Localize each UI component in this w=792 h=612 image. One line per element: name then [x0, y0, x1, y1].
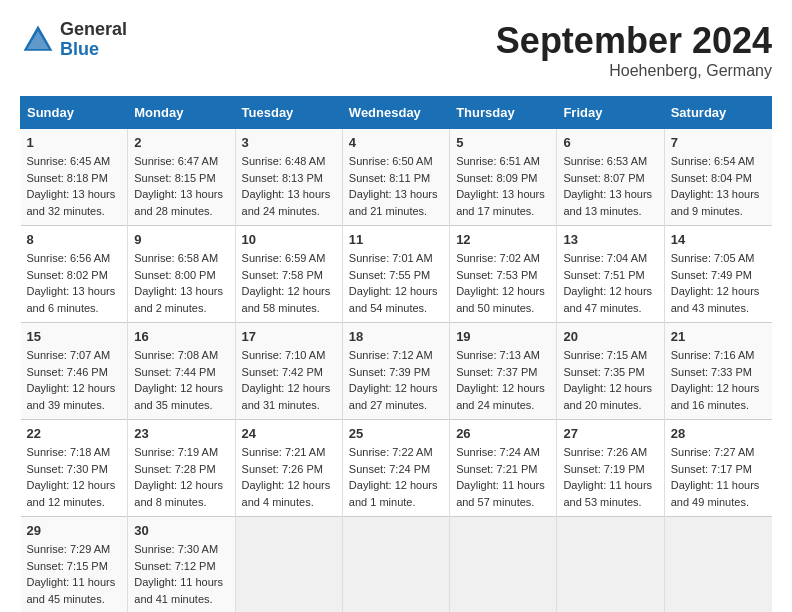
cell-line: and 53 minutes. [563, 494, 657, 511]
cell-line: Sunrise: 7:04 AM [563, 250, 657, 267]
cell-line: and 28 minutes. [134, 203, 228, 220]
cell-line: and 58 minutes. [242, 300, 336, 317]
cell-content: Sunrise: 7:26 AMSunset: 7:19 PMDaylight:… [563, 444, 657, 510]
cell-line: Sunrise: 7:22 AM [349, 444, 443, 461]
cell-line: and 1 minute. [349, 494, 443, 511]
cell-line: Sunset: 7:35 PM [563, 364, 657, 381]
day-number: 4 [349, 135, 443, 150]
day-number: 15 [27, 329, 122, 344]
cell-line: Sunset: 7:21 PM [456, 461, 550, 478]
cell-line: Daylight: 12 hours [563, 380, 657, 397]
cell-line: Daylight: 13 hours [27, 186, 122, 203]
day-number: 13 [563, 232, 657, 247]
cell-line: Sunrise: 7:01 AM [349, 250, 443, 267]
cell-content: Sunrise: 7:13 AMSunset: 7:37 PMDaylight:… [456, 347, 550, 413]
cell-content: Sunrise: 7:15 AMSunset: 7:35 PMDaylight:… [563, 347, 657, 413]
calendar-cell [664, 517, 771, 613]
cell-line: Sunset: 7:19 PM [563, 461, 657, 478]
day-number: 5 [456, 135, 550, 150]
cell-line: Sunset: 7:46 PM [27, 364, 122, 381]
calendar-cell: 22Sunrise: 7:18 AMSunset: 7:30 PMDayligh… [21, 420, 128, 517]
cell-line: and 24 minutes. [242, 203, 336, 220]
cell-line: Sunset: 8:07 PM [563, 170, 657, 187]
cell-line: Sunset: 7:49 PM [671, 267, 766, 284]
cell-content: Sunrise: 6:53 AMSunset: 8:07 PMDaylight:… [563, 153, 657, 219]
cell-content: Sunrise: 7:16 AMSunset: 7:33 PMDaylight:… [671, 347, 766, 413]
calendar-cell: 29Sunrise: 7:29 AMSunset: 7:15 PMDayligh… [21, 517, 128, 613]
cell-line: Sunset: 8:15 PM [134, 170, 228, 187]
cell-line: and 20 minutes. [563, 397, 657, 414]
cell-line: Daylight: 12 hours [456, 283, 550, 300]
cell-line: and 47 minutes. [563, 300, 657, 317]
cell-line: Sunrise: 7:10 AM [242, 347, 336, 364]
cell-line: and 31 minutes. [242, 397, 336, 414]
cell-line: Daylight: 13 hours [134, 186, 228, 203]
cell-content: Sunrise: 7:30 AMSunset: 7:12 PMDaylight:… [134, 541, 228, 607]
day-number: 16 [134, 329, 228, 344]
cell-line: Sunset: 8:13 PM [242, 170, 336, 187]
cell-line: Sunrise: 6:50 AM [349, 153, 443, 170]
day-number: 7 [671, 135, 766, 150]
cell-line: Sunset: 7:17 PM [671, 461, 766, 478]
week-row-4: 22Sunrise: 7:18 AMSunset: 7:30 PMDayligh… [21, 420, 772, 517]
cell-line: and 32 minutes. [27, 203, 122, 220]
cell-line: Sunrise: 6:59 AM [242, 250, 336, 267]
day-number: 28 [671, 426, 766, 441]
cell-line: Sunrise: 6:47 AM [134, 153, 228, 170]
cell-line: and 6 minutes. [27, 300, 122, 317]
cell-line: Daylight: 13 hours [456, 186, 550, 203]
calendar-table: SundayMondayTuesdayWednesdayThursdayFrid… [20, 96, 772, 612]
cell-line: Daylight: 12 hours [27, 380, 122, 397]
calendar-cell: 23Sunrise: 7:19 AMSunset: 7:28 PMDayligh… [128, 420, 235, 517]
location: Hoehenberg, Germany [496, 62, 772, 80]
day-number: 20 [563, 329, 657, 344]
cell-line: Daylight: 13 hours [349, 186, 443, 203]
cell-content: Sunrise: 7:01 AMSunset: 7:55 PMDaylight:… [349, 250, 443, 316]
cell-line: Daylight: 13 hours [134, 283, 228, 300]
cell-content: Sunrise: 7:08 AMSunset: 7:44 PMDaylight:… [134, 347, 228, 413]
cell-line: and 45 minutes. [27, 591, 122, 608]
cell-content: Sunrise: 7:27 AMSunset: 7:17 PMDaylight:… [671, 444, 766, 510]
cell-line: Sunrise: 7:15 AM [563, 347, 657, 364]
day-number: 2 [134, 135, 228, 150]
cell-line: Sunrise: 7:18 AM [27, 444, 122, 461]
cell-line: Sunset: 7:12 PM [134, 558, 228, 575]
cell-line: and 49 minutes. [671, 494, 766, 511]
day-number: 22 [27, 426, 122, 441]
cell-line: Sunrise: 7:13 AM [456, 347, 550, 364]
calendar-cell: 24Sunrise: 7:21 AMSunset: 7:26 PMDayligh… [235, 420, 342, 517]
day-number: 1 [27, 135, 122, 150]
cell-line: and 21 minutes. [349, 203, 443, 220]
day-number: 18 [349, 329, 443, 344]
cell-line: and 27 minutes. [349, 397, 443, 414]
cell-line: Daylight: 12 hours [134, 380, 228, 397]
day-number: 25 [349, 426, 443, 441]
page-header: General Blue September 2024 Hoehenberg, … [20, 20, 772, 80]
cell-line: and 35 minutes. [134, 397, 228, 414]
cell-content: Sunrise: 6:59 AMSunset: 7:58 PMDaylight:… [242, 250, 336, 316]
cell-line: and 4 minutes. [242, 494, 336, 511]
cell-line: Sunrise: 6:54 AM [671, 153, 766, 170]
cell-line: Sunrise: 7:19 AM [134, 444, 228, 461]
day-number: 12 [456, 232, 550, 247]
cell-line: Daylight: 12 hours [671, 283, 766, 300]
cell-line: Sunset: 8:18 PM [27, 170, 122, 187]
cell-line: Daylight: 11 hours [671, 477, 766, 494]
logo: General Blue [20, 20, 127, 60]
cell-line: Daylight: 12 hours [671, 380, 766, 397]
day-number: 9 [134, 232, 228, 247]
cell-content: Sunrise: 6:47 AMSunset: 8:15 PMDaylight:… [134, 153, 228, 219]
cell-line: Sunrise: 7:26 AM [563, 444, 657, 461]
day-number: 14 [671, 232, 766, 247]
cell-line: Sunrise: 6:56 AM [27, 250, 122, 267]
header-thursday: Thursday [450, 97, 557, 129]
calendar-cell: 20Sunrise: 7:15 AMSunset: 7:35 PMDayligh… [557, 323, 664, 420]
calendar-cell: 1Sunrise: 6:45 AMSunset: 8:18 PMDaylight… [21, 129, 128, 226]
cell-line: Daylight: 12 hours [242, 380, 336, 397]
cell-line: Sunset: 7:37 PM [456, 364, 550, 381]
cell-line: and 41 minutes. [134, 591, 228, 608]
cell-line: Daylight: 12 hours [242, 477, 336, 494]
cell-content: Sunrise: 6:56 AMSunset: 8:02 PMDaylight:… [27, 250, 122, 316]
cell-line: Sunset: 7:53 PM [456, 267, 550, 284]
cell-line: Sunrise: 6:45 AM [27, 153, 122, 170]
